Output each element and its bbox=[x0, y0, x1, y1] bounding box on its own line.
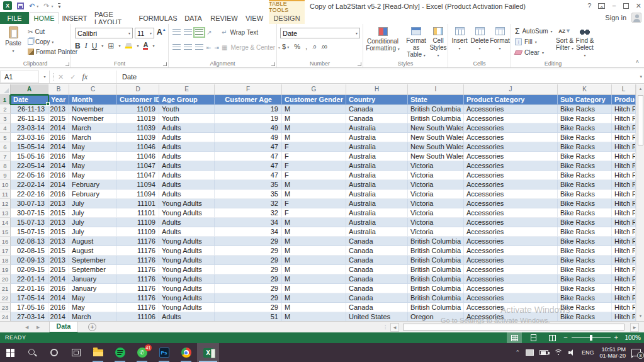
font-color-icon[interactable]: A bbox=[143, 42, 148, 50]
table-cell-J14[interactable]: Accessories bbox=[464, 218, 558, 227]
help-icon[interactable]: ? bbox=[587, 1, 591, 11]
table-cell-G12[interactable]: F bbox=[282, 199, 346, 208]
table-cell-J22[interactable]: Accessories bbox=[464, 293, 558, 303]
table-cell-L14[interactable]: Hitch R bbox=[612, 218, 636, 227]
column-header-J[interactable]: J bbox=[464, 84, 558, 95]
previous-sheet-icon[interactable]: ◀ bbox=[25, 322, 28, 333]
table-cell-H23[interactable]: Canada bbox=[346, 303, 408, 312]
page-break-view-button[interactable] bbox=[545, 332, 560, 343]
merge-center-button[interactable]: ▦Merge & Center▾ bbox=[222, 44, 280, 51]
underline-button[interactable]: U bbox=[92, 42, 98, 50]
table-cell-D20[interactable]: 11176 bbox=[117, 274, 159, 284]
table-cell-K6[interactable]: Bike Racks bbox=[558, 142, 612, 152]
table-cell-K10[interactable]: Bike Racks bbox=[558, 180, 612, 189]
table-cell-C24[interactable]: March bbox=[69, 312, 117, 321]
table-cell-G14[interactable]: M bbox=[282, 218, 346, 227]
table-cell-K3[interactable]: Bike Racks bbox=[558, 114, 612, 123]
table-cell-I3[interactable]: British Columbia bbox=[408, 114, 464, 123]
table-cell-I9[interactable]: Victoria bbox=[408, 171, 464, 180]
table-cell-L18[interactable]: Hitch R bbox=[612, 256, 636, 265]
horizontal-scrollbar-thumb[interactable] bbox=[403, 324, 624, 331]
sign-in-link[interactable]: Sign in bbox=[605, 14, 626, 21]
middle-align-icon[interactable] bbox=[184, 29, 192, 36]
table-cell-A14[interactable]: 15-07-13 bbox=[11, 218, 48, 227]
table-cell-E21[interactable]: Young Adults bbox=[159, 284, 215, 293]
table-cell-J17[interactable]: Accessories bbox=[464, 246, 558, 256]
table-cell-B12[interactable]: 2013 bbox=[48, 199, 69, 208]
increase-decimal-icon[interactable]: .0 bbox=[312, 44, 316, 50]
table-cell-B6[interactable]: 2014 bbox=[48, 142, 69, 152]
table-cell-B17[interactable]: 2015 bbox=[48, 246, 69, 256]
table-cell-H3[interactable]: Canada bbox=[346, 114, 408, 123]
cell-styles-button[interactable]: CellStyles ▾ bbox=[429, 27, 448, 59]
file-explorer-button[interactable] bbox=[87, 343, 109, 362]
table-cell-L6[interactable]: Hitch R bbox=[612, 142, 636, 152]
table-cell-D24[interactable]: 11106 bbox=[117, 312, 159, 321]
table-cell-E8[interactable]: Adults bbox=[159, 161, 215, 171]
table-header-cell-C1[interactable]: Month bbox=[69, 95, 117, 105]
table-cell-H9[interactable]: Australia bbox=[346, 171, 408, 180]
redo-icon[interactable]: ↷ bbox=[43, 3, 49, 9]
table-cell-G15[interactable]: M bbox=[282, 227, 346, 237]
horizontal-scrollbar[interactable] bbox=[400, 323, 630, 332]
table-cell-K11[interactable]: Bike Racks bbox=[558, 189, 612, 199]
table-cell-K18[interactable]: Bike Racks bbox=[558, 256, 612, 265]
row-header-1[interactable]: 1 bbox=[0, 95, 11, 105]
table-cell-L20[interactable]: Hitch R bbox=[612, 274, 636, 284]
row-header-3[interactable]: 3 bbox=[0, 114, 11, 123]
paste-button[interactable]: Paste▾ bbox=[3, 26, 24, 59]
zoom-slider-thumb[interactable] bbox=[590, 335, 592, 341]
excel-app-icon[interactable]: X bbox=[3, 1, 12, 10]
row-header-17[interactable]: 17 bbox=[0, 246, 11, 256]
table-cell-J2[interactable]: Accessories bbox=[464, 105, 558, 114]
table-cell-I6[interactable]: New South Wales bbox=[408, 142, 464, 152]
accounting-format-icon[interactable]: $ bbox=[282, 43, 286, 50]
table-cell-L4[interactable]: Hitch R bbox=[612, 123, 636, 133]
wrap-text-button[interactable]: ↵Wrap Text bbox=[222, 29, 258, 36]
table-cell-L13[interactable]: Hitch R bbox=[612, 208, 636, 218]
table-cell-G23[interactable]: M bbox=[282, 303, 346, 312]
table-cell-K22[interactable]: Bike Racks bbox=[558, 293, 612, 303]
table-cell-C19[interactable]: September bbox=[69, 265, 117, 274]
zoom-slider[interactable] bbox=[572, 333, 611, 342]
table-cell-A16[interactable]: 02-08-13 bbox=[11, 237, 48, 246]
table-cell-B24[interactable]: 2014 bbox=[48, 312, 69, 321]
table-cell-F12[interactable]: 32 bbox=[215, 199, 282, 208]
page-layout-view-button[interactable] bbox=[526, 332, 541, 343]
table-cell-H20[interactable]: Canada bbox=[346, 274, 408, 284]
clear-button[interactable]: Clear▾ bbox=[515, 48, 544, 57]
table-cell-B9[interactable]: 2016 bbox=[48, 171, 69, 180]
table-cell-A13[interactable]: 30-07-15 bbox=[11, 208, 48, 218]
zoom-out-icon[interactable]: − bbox=[563, 333, 567, 342]
expand-formula-bar-icon[interactable]: ▾ bbox=[640, 74, 642, 79]
table-cell-B15[interactable]: 2015 bbox=[48, 227, 69, 237]
tab-home[interactable]: HOME bbox=[30, 12, 59, 24]
table-cell-B5[interactable]: 2016 bbox=[48, 133, 69, 142]
table-cell-H24[interactable]: United States bbox=[346, 312, 408, 321]
table-cell-C14[interactable]: July bbox=[69, 218, 117, 227]
table-cell-G20[interactable]: M bbox=[282, 274, 346, 284]
row-header-5[interactable]: 5 bbox=[0, 133, 11, 142]
row-header-24[interactable]: 24 bbox=[0, 312, 11, 321]
table-cell-C16[interactable]: August bbox=[69, 237, 117, 246]
table-cell-E16[interactable]: Young Adults bbox=[159, 237, 215, 246]
table-cell-G7[interactable]: F bbox=[282, 152, 346, 161]
table-cell-C22[interactable]: May bbox=[69, 293, 117, 303]
table-cell-E24[interactable]: Adults bbox=[159, 312, 215, 321]
table-cell-H8[interactable]: Australia bbox=[346, 161, 408, 171]
table-cell-F9[interactable]: 47 bbox=[215, 171, 282, 180]
table-cell-L23[interactable]: Hitch R bbox=[612, 303, 636, 312]
copy-button[interactable]: Copy▾ bbox=[28, 37, 54, 46]
row-header-13[interactable]: 13 bbox=[0, 208, 11, 218]
table-cell-H12[interactable]: Australia bbox=[346, 199, 408, 208]
ribbon-display-options-icon[interactable]: ⌃ bbox=[598, 3, 605, 9]
table-cell-I17[interactable]: British Columbia bbox=[408, 246, 464, 256]
table-cell-B23[interactable]: 2016 bbox=[48, 303, 69, 312]
table-cell-F13[interactable]: 32 bbox=[215, 208, 282, 218]
table-cell-J11[interactable]: Accessories bbox=[464, 189, 558, 199]
table-cell-I16[interactable]: British Columbia bbox=[408, 237, 464, 246]
table-cell-L24[interactable]: Hitch R bbox=[612, 312, 636, 321]
table-cell-I19[interactable]: British Columbia bbox=[408, 265, 464, 274]
tab-review[interactable]: REVIEW bbox=[207, 12, 241, 24]
table-cell-K5[interactable]: Bike Racks bbox=[558, 133, 612, 142]
